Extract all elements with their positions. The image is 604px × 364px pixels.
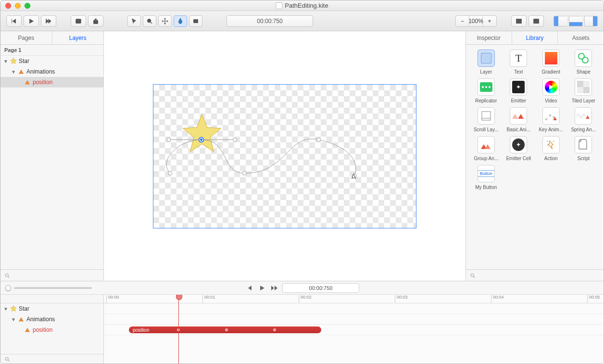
tree-row-animations[interactable]: ▼ Animations — [0, 66, 103, 77]
lib-gradient[interactable]: Gradient — [536, 50, 566, 75]
animation-bar-position[interactable]: position — [129, 326, 321, 333]
tab-layers[interactable]: Layers — [52, 31, 104, 44]
tl-row-animations[interactable]: ▼ Animations — [0, 314, 103, 325]
maximize-window-button[interactable] — [25, 3, 30, 9]
ruler-tick: 00:04 — [491, 295, 504, 303]
svg-point-15 — [200, 138, 202, 141]
left-search[interactable] — [0, 269, 103, 281]
lib-layer[interactable]: Layer — [471, 50, 502, 75]
view-mode-a[interactable] — [511, 15, 527, 27]
lib-replicator[interactable]: Replicator — [471, 78, 502, 103]
right-sidebar: Inspector Library Assets Layer TText Gra… — [466, 31, 604, 281]
tab-pages[interactable]: Pages — [0, 31, 52, 44]
timeline-zoom-slider[interactable] — [5, 285, 92, 291]
document-icon — [276, 2, 282, 9]
bottom-panel-toggle[interactable] — [569, 16, 582, 26]
lib-video[interactable]: Video — [536, 78, 566, 103]
zoom-out-button[interactable]: − — [456, 16, 469, 26]
lib-emittercell[interactable]: ✦Emitter Cell — [503, 136, 534, 161]
svg-point-9 — [233, 138, 237, 141]
svg-rect-3 — [194, 19, 198, 23]
rewind-button[interactable] — [6, 15, 22, 27]
lib-tiled[interactable]: Tiled Layer — [568, 78, 599, 103]
fast-forward-button[interactable] — [41, 15, 56, 27]
tl-row-position[interactable]: position — [0, 325, 103, 335]
animations-icon — [17, 315, 25, 323]
row-label: Animations — [26, 68, 55, 75]
tab-inspector[interactable]: Inspector — [466, 31, 512, 44]
timeline-rewind-button[interactable] — [245, 284, 254, 292]
lib-mybutton[interactable]: ButtonMy Button — [471, 165, 502, 190]
timeline-tree: ▼ Star ▼ Animations position — [0, 295, 104, 364]
timeline-search[interactable] — [0, 354, 103, 364]
view-mode-b[interactable] — [528, 15, 544, 27]
star-icon — [10, 305, 17, 313]
zoom-in-button[interactable]: + — [483, 16, 496, 26]
svg-rect-18 — [482, 112, 491, 120]
ruler-tick: 00:01 — [202, 295, 215, 303]
right-panel-toggle[interactable] — [584, 16, 598, 26]
svg-point-22 — [471, 274, 474, 276]
timeline-play-button[interactable] — [257, 284, 267, 292]
timeline-tracks[interactable]: 00:00 00:01 00:02 00:03 00:04 00:05 posi… — [104, 295, 604, 364]
ruler-tick: 00:00 — [106, 295, 119, 303]
row-label: position — [33, 79, 52, 86]
lib-script[interactable]: Script — [568, 136, 599, 161]
lib-groupanim[interactable]: Group An... — [471, 136, 502, 161]
tab-library[interactable]: Library — [512, 31, 558, 44]
tree-row-position[interactable]: position — [0, 77, 103, 88]
select-tool[interactable] — [127, 15, 141, 27]
playhead[interactable] — [178, 295, 179, 364]
row-label: position — [33, 326, 52, 333]
move-tool[interactable] — [158, 15, 172, 27]
page-label[interactable]: Page 1 — [0, 45, 103, 56]
artboard[interactable] — [153, 84, 416, 228]
close-window-button[interactable] — [5, 3, 11, 9]
lib-basicanim[interactable]: Basic Ani... — [503, 107, 534, 132]
zoom-control[interactable]: − 100% + — [455, 15, 497, 27]
svg-point-11 — [242, 171, 246, 175]
anim-bar-label: position — [133, 327, 149, 333]
svg-point-10 — [168, 171, 172, 175]
right-search[interactable] — [466, 269, 604, 281]
canvas-area[interactable] — [104, 31, 466, 281]
lib-shape[interactable]: Shape — [568, 50, 599, 75]
layer-tree: ▼ Star ▼ Animations position — [0, 56, 103, 269]
tab-assets[interactable]: Assets — [558, 31, 604, 44]
play-button[interactable] — [24, 15, 39, 27]
minimize-window-button[interactable] — [15, 3, 21, 9]
animations-icon — [17, 68, 25, 75]
lib-scroll[interactable]: Scroll Lay... — [471, 107, 502, 132]
ruler-tick: 00:03 — [395, 295, 408, 303]
row-label: Star — [19, 305, 29, 312]
lib-emitter[interactable]: ✦Emitter — [503, 78, 534, 103]
lib-keyanim[interactable]: Key Anim... — [536, 107, 566, 132]
svg-point-2 — [148, 19, 151, 22]
row-label: Animations — [26, 316, 55, 323]
svg-point-17 — [582, 57, 588, 63]
lib-text[interactable]: TText — [503, 50, 534, 75]
ruler-tick: 00:05 — [587, 295, 600, 303]
lib-springanim[interactable]: Spring An... — [568, 107, 599, 132]
library-grid: Layer TText Gradient Shape Replicator ✦E… — [466, 45, 604, 195]
timeline-panel: 00:00:750 ▼ Star ▼ Animations — [0, 281, 604, 364]
share-button[interactable] — [88, 15, 103, 27]
position-icon — [24, 326, 31, 334]
tree-row-star[interactable]: ▼ Star — [0, 56, 103, 66]
svg-point-23 — [5, 357, 8, 360]
timeline-ff-button[interactable] — [270, 284, 279, 292]
time-display: 00:00:750 — [226, 15, 313, 27]
ruler-tick: 00:02 — [299, 295, 312, 303]
lib-action[interactable]: Action — [536, 136, 566, 161]
window-title: PathEditing.kite — [285, 2, 328, 9]
position-icon — [24, 78, 31, 86]
left-panel-toggle[interactable] — [554, 16, 567, 26]
left-sidebar: Pages Layers Page 1 ▼ Star ▼ Animations … — [0, 31, 104, 281]
zoom-tool[interactable] — [143, 15, 156, 27]
tl-row-star[interactable]: ▼ Star — [0, 303, 103, 314]
preview-button[interactable] — [71, 15, 86, 27]
pen-tool[interactable] — [174, 15, 187, 27]
rect-tool[interactable] — [189, 15, 202, 27]
zoom-value: 100% — [469, 16, 483, 26]
motion-path[interactable] — [153, 85, 416, 228]
